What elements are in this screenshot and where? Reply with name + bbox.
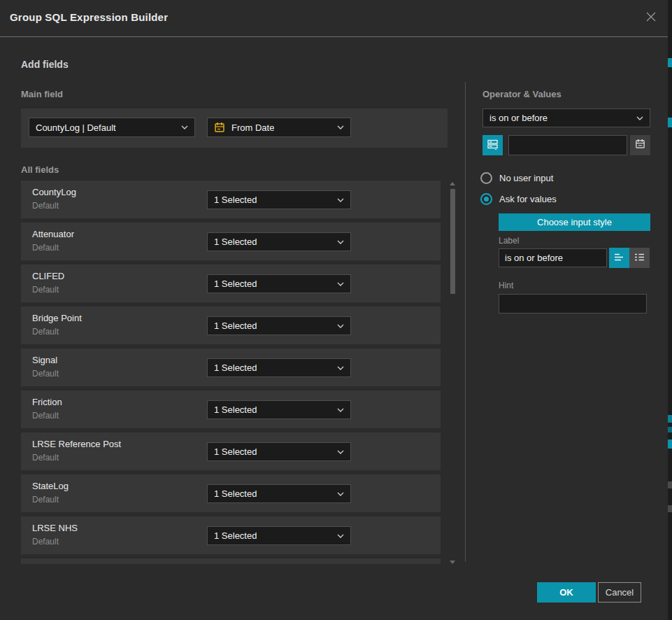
selection-value: 1 Selected [214, 279, 257, 289]
field-row-attenuator: Attenuator Default 1 Selected [21, 223, 441, 260]
align-left-lines-icon [614, 252, 624, 265]
operator-values-heading: Operator & Values [482, 89, 562, 99]
main-field-panel: CountyLog | Default From Date [21, 108, 448, 148]
multiple-values-button[interactable] [482, 135, 503, 155]
ok-button[interactable]: OK [537, 582, 596, 603]
radio-label: Ask for values [499, 194, 557, 204]
chevron-down-icon [337, 324, 344, 328]
field-selection-dropdown[interactable]: 1 Selected [207, 484, 351, 503]
radio-ask-for-values[interactable]: Ask for values [480, 193, 557, 205]
radio-no-user-input[interactable]: No user input [480, 172, 553, 184]
selection-value: 1 Selected [214, 195, 257, 205]
choose-input-style-button[interactable]: Choose input style [499, 213, 650, 231]
chevron-down-icon [337, 366, 344, 370]
selection-value: 1 Selected [214, 404, 257, 415]
layer-dropdown-value: CountyLog | Default [36, 122, 116, 133]
field-row-signal: Signal Default 1 Selected [21, 348, 441, 386]
all-fields-heading: All fields [21, 164, 59, 175]
hint-caption: Hint [499, 281, 513, 290]
field-row-bridge-point: Bridge Point Default 1 Selected [21, 307, 441, 344]
hint-input[interactable] [499, 294, 647, 313]
selection-value: 1 Selected [214, 530, 257, 541]
field-row-partial [21, 558, 441, 564]
field-name: StateLog [32, 481, 69, 491]
field-selection-dropdown[interactable]: 1 Selected [207, 316, 351, 335]
chevron-down-icon [337, 198, 344, 202]
field-selection-dropdown[interactable]: 1 Selected [207, 400, 351, 419]
add-fields-heading: Add fields [21, 59, 69, 70]
cancel-button[interactable]: Cancel [598, 582, 641, 603]
field-row-clifed: CLIFED Default 1 Selected [21, 265, 441, 302]
dialog-header: Group SQL Expression Builder [0, 0, 668, 37]
chevron-down-icon [337, 240, 344, 244]
multiple-values-icon [487, 139, 499, 153]
chevron-down-icon [337, 534, 344, 538]
chevron-down-icon [337, 492, 344, 496]
background-app-strip [668, 0, 672, 620]
field-selection-dropdown[interactable]: 1 Selected [207, 442, 351, 461]
chevron-down-icon [337, 450, 344, 454]
list-scrollbar[interactable] [450, 181, 456, 565]
field-name: Signal [32, 355, 57, 365]
field-sublabel: Default [32, 369, 59, 379]
field-sublabel: Default [32, 453, 59, 463]
radio-circle-icon [480, 172, 492, 184]
field-row-lrse-reference-post: LRSE Reference Post Default 1 Selected [21, 432, 441, 470]
calendar-icon [635, 139, 645, 152]
selection-value: 1 Selected [214, 320, 257, 331]
radio-selected-icon [480, 193, 492, 205]
field-sublabel: Default [32, 285, 59, 295]
label-input[interactable] [499, 248, 607, 267]
operator-dropdown-value: is on or before [489, 113, 548, 123]
close-button[interactable] [643, 10, 659, 27]
field-selection-dropdown[interactable]: 1 Selected [207, 274, 351, 293]
field-row-friction: Friction Default 1 Selected [21, 390, 441, 428]
field-sublabel: Default [32, 495, 59, 505]
selection-value: 1 Selected [214, 362, 257, 373]
field-selection-dropdown[interactable]: 1 Selected [207, 358, 351, 377]
chevron-down-icon [337, 282, 344, 286]
field-name: Bridge Point [32, 313, 82, 323]
chevron-down-icon [337, 125, 344, 129]
chevron-down-icon [181, 125, 188, 129]
scrollbar-thumb[interactable] [450, 189, 455, 294]
main-field-dropdown[interactable]: From Date [207, 118, 351, 137]
main-field-dropdown-value: From Date [231, 122, 274, 133]
selection-value: 1 Selected [214, 237, 257, 247]
field-name: Friction [32, 397, 62, 407]
main-field-heading: Main field [21, 89, 63, 99]
list-icon [634, 252, 645, 265]
group-sql-expression-builder-dialog: Group SQL Expression Builder Add fields … [0, 0, 672, 620]
field-selection-dropdown[interactable]: 1 Selected [207, 232, 351, 251]
field-row-lrse-nhs: LRSE NHS Default 1 Selected [21, 516, 441, 554]
date-picker-button[interactable] [630, 135, 650, 155]
chevron-down-icon [337, 408, 344, 412]
dialog-title: Group SQL Expression Builder [10, 11, 168, 23]
scrollbar-up-arrow-icon[interactable] [450, 182, 455, 185]
field-row-countylog: CountyLog Default 1 Selected [21, 181, 441, 218]
field-row-statelog: StateLog Default 1 Selected [21, 474, 441, 512]
field-name: CountyLog [32, 187, 76, 197]
layer-dropdown[interactable]: CountyLog | Default [29, 118, 195, 137]
field-sublabel: Default [32, 411, 59, 421]
field-name: Attenuator [32, 229, 74, 239]
field-name: CLIFED [32, 271, 64, 281]
selection-value: 1 Selected [214, 446, 257, 457]
single-input-style-button[interactable] [609, 248, 629, 268]
operator-dropdown[interactable]: is on or before [482, 108, 650, 127]
field-name: LRSE Reference Post [32, 439, 121, 449]
selection-value: 1 Selected [214, 488, 257, 499]
date-value-input[interactable] [508, 135, 627, 155]
label-caption: Label [499, 236, 519, 246]
field-sublabel: Default [32, 537, 59, 547]
scrollbar-down-arrow-icon[interactable] [450, 561, 455, 564]
field-sublabel: Default [32, 243, 59, 253]
list-input-style-button[interactable] [629, 248, 650, 268]
field-selection-dropdown[interactable]: 1 Selected [207, 190, 351, 209]
chevron-down-icon [636, 116, 643, 120]
field-sublabel: Default [32, 327, 59, 337]
field-selection-dropdown[interactable]: 1 Selected [207, 526, 351, 545]
radio-label: No user input [499, 173, 553, 183]
panel-divider [465, 82, 466, 562]
date-field-icon [214, 122, 225, 133]
